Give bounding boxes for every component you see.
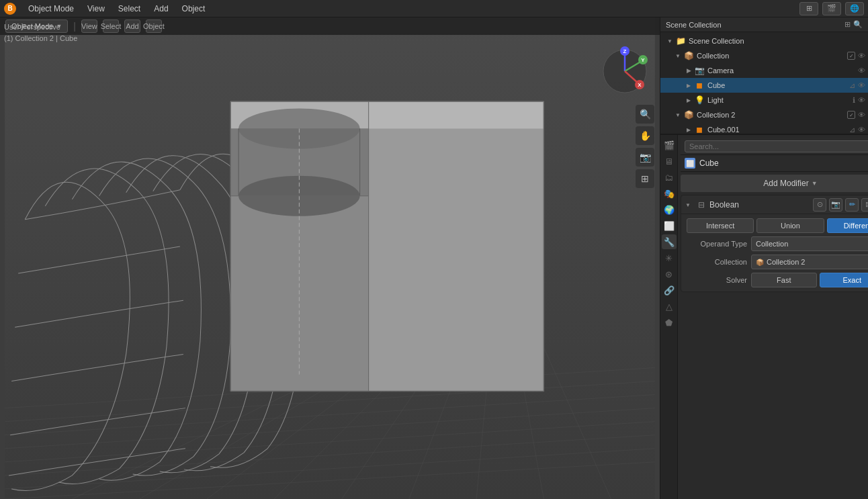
mod-cage-btn[interactable]: ⊠ [861, 198, 868, 212]
operation-buttons: Intersect Union Difference [687, 218, 868, 233]
cube001-arrow[interactable] [685, 126, 693, 134]
prop-physics-icon[interactable]: ⊛ [662, 267, 677, 281]
collection-1-eye-icon[interactable]: 👁 [858, 52, 865, 60]
collection-2-eye-icon[interactable]: 👁 [858, 111, 865, 119]
light-arrow[interactable] [685, 96, 693, 104]
tree-collection-1[interactable]: 📦 Collection ✓ 👁 [660, 48, 868, 63]
camera-btn[interactable]: 📷 [636, 148, 654, 167]
light-end-icons: ℹ 👁 [853, 96, 865, 105]
workspace-layout-btn[interactable]: ⊞ [799, 2, 818, 15]
add-menu-btn[interactable]: Add [124, 19, 140, 33]
mod-operand-type-row: Operand Type Collection ▼ [687, 236, 868, 251]
prop-scene-icon[interactable]: 🎭 [662, 186, 677, 201]
light-eye-icon[interactable]: 👁 [858, 96, 865, 104]
cube001-restrict-icon[interactable]: ⊿ [849, 126, 855, 134]
right-panel: Scene Collection ⊞ 🔍 📁 Scene Collection … [660, 17, 868, 499]
cube001-end-icons: ⊿ 👁 [849, 126, 865, 134]
light-info-icon[interactable]: ℹ [853, 96, 855, 105]
cube-eye-icon[interactable]: 👁 [858, 81, 865, 89]
fast-btn[interactable]: Fast [751, 273, 817, 287]
3d-scene [0, 17, 660, 499]
camera-eye-icon[interactable]: 👁 [858, 66, 865, 75]
modifier-header-icons: ⊙ 📷 ✏ ⊠ ⋮ ✕ [813, 198, 868, 212]
collection-1-icon: 📦 [683, 50, 694, 61]
collection-label: Collection [687, 258, 747, 266]
collection-1-arrow[interactable] [674, 52, 682, 60]
prop-data-icon[interactable]: △ [662, 299, 677, 314]
modifier-body: Intersect Union Difference Operand Type … [681, 214, 868, 291]
tree-cube001[interactable]: ◼ Cube.001 ⊿ 👁 [660, 122, 868, 135]
outliner-tree: 📁 Scene Collection 📦 Collection ✓ 👁 ▶ [660, 32, 868, 135]
topbar-right: ⊞ 🎬 🌐 [799, 2, 864, 15]
modifier-name-input[interactable] [709, 200, 810, 210]
prop-search-input[interactable] [685, 140, 868, 152]
tree-cube[interactable]: ◼ Cube ⊿ 👁 [660, 78, 868, 93]
cube001-icon: ◼ [694, 124, 705, 135]
mode-selector[interactable]: Object Mode ▼ [5, 19, 68, 33]
prop-world-icon[interactable]: 🌍 [662, 202, 677, 217]
viewport-controls: 🔍 ✋ 📷 ⊞ [636, 105, 654, 188]
cube001-eye-icon[interactable]: 👁 [858, 126, 865, 134]
pan-btn[interactable]: ✋ [636, 126, 654, 145]
collection-1-visible-check[interactable]: ✓ [847, 52, 855, 60]
tree-collection-2[interactable]: 📦 Collection 2 ✓ 👁 [660, 107, 868, 122]
prop-object-icon[interactable]: ⬜ [662, 218, 677, 233]
menu-add[interactable]: Add [151, 3, 171, 15]
add-modifier-arrow: ▼ [812, 180, 818, 187]
prop-output-icon[interactable]: 🖥 [662, 154, 677, 169]
prop-particles-icon[interactable]: ✳ [662, 251, 677, 265]
mod-edit-btn[interactable]: ✏ [845, 198, 859, 212]
exact-btn[interactable]: Exact [820, 273, 869, 287]
grid-btn[interactable]: ⊞ [636, 169, 654, 188]
operand-type-dropdown[interactable]: Collection ▼ [751, 236, 868, 251]
menu-object-mode[interactable]: Object Mode [26, 3, 77, 15]
mod-render-btn[interactable]: 📷 [829, 198, 842, 212]
cube-arrow[interactable] [685, 81, 693, 89]
prop-render-icon[interactable]: 🎬 [662, 138, 677, 152]
zoom-in-btn[interactable]: 🔍 [636, 105, 654, 124]
add-modifier-btn[interactable]: Add Modifier ▼ [681, 175, 868, 192]
outliner: Scene Collection ⊞ 🔍 📁 Scene Collection … [660, 17, 868, 135]
prop-search-bar: 📌 [681, 138, 868, 155]
svg-text:Y: Y [641, 57, 645, 63]
scene-select-btn[interactable]: 🎬 [822, 2, 841, 15]
mod-operation-row: Intersect Union Difference [687, 218, 868, 233]
prop-modifier-icon[interactable]: 🔧 [662, 234, 677, 249]
object-menu-btn[interactable]: Object [146, 19, 162, 33]
intersect-btn[interactable]: Intersect [687, 218, 754, 233]
collection-field[interactable]: 📦 Collection 2 ✕ [751, 255, 868, 269]
collection-value: Collection 2 [767, 258, 805, 266]
prop-view-icon[interactable]: 🗂 [662, 170, 677, 185]
render-engine-btn[interactable]: 🌐 [845, 2, 864, 15]
menu-view[interactable]: View [85, 3, 107, 15]
tree-light[interactable]: 💡 Light ℹ 👁 [660, 93, 868, 107]
collection-2-visible-check[interactable]: ✓ [847, 111, 855, 119]
outliner-filter-icon[interactable]: ⊞ [844, 20, 851, 29]
cube-restrict-icon[interactable]: ⊿ [849, 81, 855, 90]
topbar-menu: Object Mode View Select Add Object [26, 3, 208, 15]
menu-select[interactable]: Select [116, 3, 143, 15]
viewport-gizmo[interactable]: Z Y X [598, 44, 652, 98]
tree-camera[interactable]: ▶ 📷 Camera 👁 [660, 63, 868, 78]
collection-2-arrow[interactable] [674, 111, 682, 119]
light-icon: 💡 [694, 95, 705, 105]
camera-arrow[interactable]: ▶ [685, 66, 693, 75]
prop-constraints-icon[interactable]: 🔗 [662, 283, 677, 298]
menu-object[interactable]: Object [179, 3, 208, 15]
tree-scene-collection[interactable]: 📁 Scene Collection [660, 34, 868, 48]
union-btn[interactable]: Union [756, 218, 824, 233]
outliner-search-icon[interactable]: 🔍 [853, 20, 863, 29]
prop-material-icon[interactable]: ⬟ [662, 315, 677, 330]
outliner-title: Scene Collection [666, 21, 722, 29]
boolean-modifier-card: ⊟ ⊙ 📷 ✏ ⊠ ⋮ ✕ [681, 195, 868, 292]
topbar: B Object Mode View Select Add Object ⊞ 🎬… [0, 0, 868, 17]
modifier-expand[interactable] [685, 201, 693, 208]
scene-collection-arrow[interactable] [666, 37, 674, 45]
cube-icon: ◼ [694, 80, 705, 91]
mod-realtime-btn[interactable]: ⊙ [813, 198, 826, 212]
view-menu-btn[interactable]: View [81, 19, 97, 33]
select-menu-btn[interactable]: Select [103, 19, 119, 33]
viewport[interactable]: Object Mode ▼ | View Select Add Object U… [0, 17, 660, 499]
camera-icon: 📷 [694, 65, 705, 76]
difference-btn[interactable]: Difference [827, 218, 868, 233]
